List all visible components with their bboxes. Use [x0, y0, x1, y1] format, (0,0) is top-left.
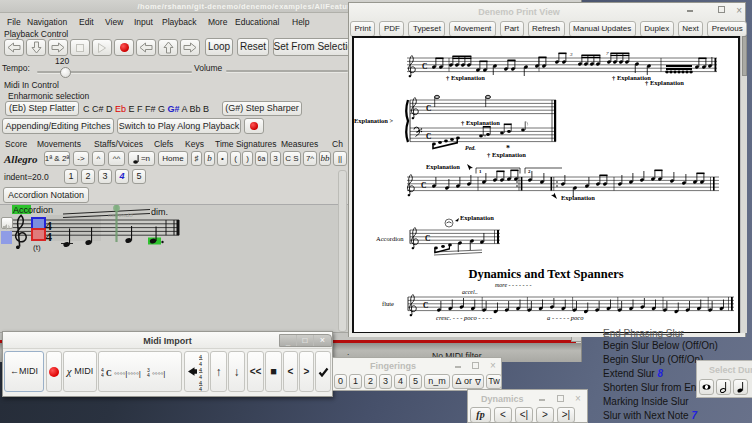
svg-text:Explanation: Explanation: [426, 163, 460, 170]
svg-text:Explanation: Explanation: [561, 194, 595, 201]
svg-text:4: 4: [199, 366, 202, 372]
svg-text:2: 2: [528, 169, 531, 174]
svg-text:dim.: dim.: [151, 207, 168, 217]
svg-text:a - - - - - poco: a - - - - - poco: [547, 314, 584, 321]
svg-text:◦◦◦◦|: ◦◦◦◦|: [152, 368, 165, 377]
svg-text:flute: flute: [382, 300, 394, 307]
svg-text:4: 4: [199, 353, 202, 359]
svg-text:† Explanation: † Explanation: [487, 151, 526, 158]
svg-text:3: 3: [570, 52, 573, 57]
svg-text:cresc. - - - poco - -: cresc. - - - poco - - - -: [436, 314, 492, 321]
svg-text:Explanation >: Explanation >: [354, 117, 394, 124]
svg-text:1: 1: [479, 169, 482, 174]
svg-text:accel..: accel..: [462, 289, 478, 295]
svg-text:more - - - - - -: more - - - - - - -: [495, 282, 532, 288]
svg-text:(t): (t): [33, 243, 41, 252]
svg-text:4: 4: [147, 372, 150, 378]
svg-text:C: C: [106, 369, 112, 378]
svg-text:Accordion: Accordion: [376, 235, 404, 242]
svg-text:† Explanation: † Explanation: [446, 74, 485, 81]
svg-text:◦◦◦◦|◦◦◦◦|: ◦◦◦◦|◦◦◦◦|: [114, 368, 141, 377]
svg-text:7: 7: [606, 51, 609, 56]
svg-text:4: 4: [101, 372, 104, 378]
svg-text:† Explanation: † Explanation: [645, 79, 684, 86]
svg-text:Accordion: Accordion: [13, 205, 53, 215]
svg-text:Explanation: Explanation: [460, 214, 494, 221]
svg-text:Dynamics and Text Spanners: Dynamics and Text Spanners: [468, 267, 623, 281]
svg-text:4: 4: [46, 229, 53, 244]
svg-text:4: 4: [199, 385, 202, 391]
svg-text:morendo: morendo: [108, 211, 133, 219]
svg-text:Ped.: Ped.: [465, 145, 476, 151]
svg-text:† Explanation: † Explanation: [461, 119, 500, 126]
